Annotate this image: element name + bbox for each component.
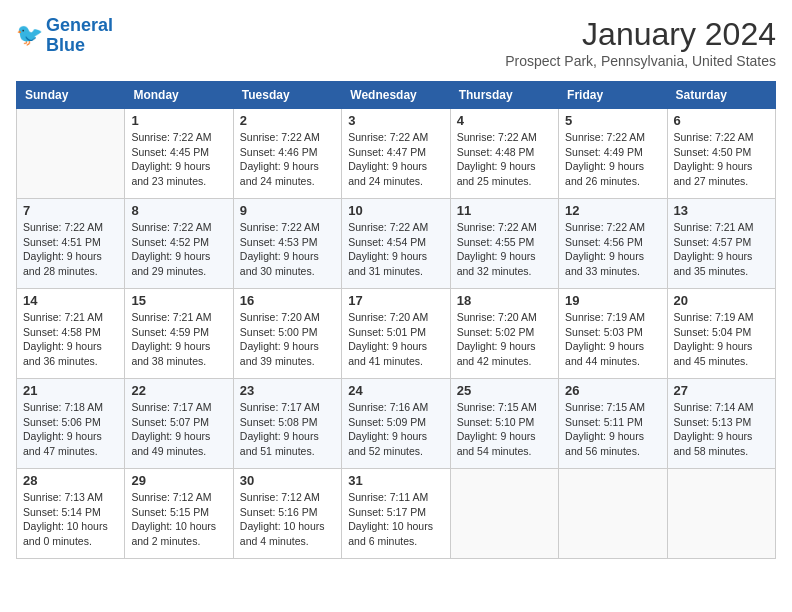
day-info: Sunrise: 7:22 AM Sunset: 4:54 PM Dayligh… xyxy=(348,220,443,279)
calendar-cell: 12Sunrise: 7:22 AM Sunset: 4:56 PM Dayli… xyxy=(559,199,667,289)
day-number: 24 xyxy=(348,383,443,398)
day-info: Sunrise: 7:15 AM Sunset: 5:10 PM Dayligh… xyxy=(457,400,552,459)
day-info: Sunrise: 7:13 AM Sunset: 5:14 PM Dayligh… xyxy=(23,490,118,549)
day-number: 2 xyxy=(240,113,335,128)
calendar-cell xyxy=(450,469,558,559)
calendar-cell: 20Sunrise: 7:19 AM Sunset: 5:04 PM Dayli… xyxy=(667,289,775,379)
day-info: Sunrise: 7:22 AM Sunset: 4:55 PM Dayligh… xyxy=(457,220,552,279)
day-info: Sunrise: 7:22 AM Sunset: 4:46 PM Dayligh… xyxy=(240,130,335,189)
day-number: 31 xyxy=(348,473,443,488)
calendar-cell: 7Sunrise: 7:22 AM Sunset: 4:51 PM Daylig… xyxy=(17,199,125,289)
day-info: Sunrise: 7:20 AM Sunset: 5:02 PM Dayligh… xyxy=(457,310,552,369)
day-info: Sunrise: 7:22 AM Sunset: 4:45 PM Dayligh… xyxy=(131,130,226,189)
calendar-cell: 5Sunrise: 7:22 AM Sunset: 4:49 PM Daylig… xyxy=(559,109,667,199)
day-number: 15 xyxy=(131,293,226,308)
calendar-cell: 14Sunrise: 7:21 AM Sunset: 4:58 PM Dayli… xyxy=(17,289,125,379)
day-info: Sunrise: 7:14 AM Sunset: 5:13 PM Dayligh… xyxy=(674,400,769,459)
calendar-cell: 8Sunrise: 7:22 AM Sunset: 4:52 PM Daylig… xyxy=(125,199,233,289)
column-header-monday: Monday xyxy=(125,82,233,109)
calendar-cell: 1Sunrise: 7:22 AM Sunset: 4:45 PM Daylig… xyxy=(125,109,233,199)
calendar-cell: 16Sunrise: 7:20 AM Sunset: 5:00 PM Dayli… xyxy=(233,289,341,379)
calendar-cell: 9Sunrise: 7:22 AM Sunset: 4:53 PM Daylig… xyxy=(233,199,341,289)
day-info: Sunrise: 7:22 AM Sunset: 4:49 PM Dayligh… xyxy=(565,130,660,189)
day-number: 30 xyxy=(240,473,335,488)
calendar-cell: 28Sunrise: 7:13 AM Sunset: 5:14 PM Dayli… xyxy=(17,469,125,559)
day-info: Sunrise: 7:22 AM Sunset: 4:47 PM Dayligh… xyxy=(348,130,443,189)
day-number: 18 xyxy=(457,293,552,308)
day-info: Sunrise: 7:15 AM Sunset: 5:11 PM Dayligh… xyxy=(565,400,660,459)
column-header-friday: Friday xyxy=(559,82,667,109)
day-number: 23 xyxy=(240,383,335,398)
day-info: Sunrise: 7:18 AM Sunset: 5:06 PM Dayligh… xyxy=(23,400,118,459)
calendar-week-row: 1Sunrise: 7:22 AM Sunset: 4:45 PM Daylig… xyxy=(17,109,776,199)
calendar-week-row: 28Sunrise: 7:13 AM Sunset: 5:14 PM Dayli… xyxy=(17,469,776,559)
day-number: 7 xyxy=(23,203,118,218)
day-number: 17 xyxy=(348,293,443,308)
day-info: Sunrise: 7:17 AM Sunset: 5:07 PM Dayligh… xyxy=(131,400,226,459)
calendar-cell: 3Sunrise: 7:22 AM Sunset: 4:47 PM Daylig… xyxy=(342,109,450,199)
day-number: 13 xyxy=(674,203,769,218)
day-number: 27 xyxy=(674,383,769,398)
day-info: Sunrise: 7:17 AM Sunset: 5:08 PM Dayligh… xyxy=(240,400,335,459)
calendar-cell: 2Sunrise: 7:22 AM Sunset: 4:46 PM Daylig… xyxy=(233,109,341,199)
day-info: Sunrise: 7:20 AM Sunset: 5:01 PM Dayligh… xyxy=(348,310,443,369)
day-number: 20 xyxy=(674,293,769,308)
day-number: 3 xyxy=(348,113,443,128)
day-info: Sunrise: 7:22 AM Sunset: 4:53 PM Dayligh… xyxy=(240,220,335,279)
calendar-cell xyxy=(17,109,125,199)
day-info: Sunrise: 7:21 AM Sunset: 4:58 PM Dayligh… xyxy=(23,310,118,369)
calendar-cell xyxy=(667,469,775,559)
day-info: Sunrise: 7:11 AM Sunset: 5:17 PM Dayligh… xyxy=(348,490,443,549)
calendar-cell: 17Sunrise: 7:20 AM Sunset: 5:01 PM Dayli… xyxy=(342,289,450,379)
calendar-week-row: 21Sunrise: 7:18 AM Sunset: 5:06 PM Dayli… xyxy=(17,379,776,469)
day-number: 25 xyxy=(457,383,552,398)
day-number: 28 xyxy=(23,473,118,488)
calendar-table: SundayMondayTuesdayWednesdayThursdayFrid… xyxy=(16,81,776,559)
day-number: 22 xyxy=(131,383,226,398)
calendar-header-row: SundayMondayTuesdayWednesdayThursdayFrid… xyxy=(17,82,776,109)
day-info: Sunrise: 7:22 AM Sunset: 4:50 PM Dayligh… xyxy=(674,130,769,189)
calendar-cell: 18Sunrise: 7:20 AM Sunset: 5:02 PM Dayli… xyxy=(450,289,558,379)
calendar-cell: 10Sunrise: 7:22 AM Sunset: 4:54 PM Dayli… xyxy=(342,199,450,289)
day-number: 26 xyxy=(565,383,660,398)
day-number: 1 xyxy=(131,113,226,128)
calendar-cell: 13Sunrise: 7:21 AM Sunset: 4:57 PM Dayli… xyxy=(667,199,775,289)
day-number: 8 xyxy=(131,203,226,218)
column-header-thursday: Thursday xyxy=(450,82,558,109)
day-number: 16 xyxy=(240,293,335,308)
day-info: Sunrise: 7:19 AM Sunset: 5:03 PM Dayligh… xyxy=(565,310,660,369)
day-info: Sunrise: 7:22 AM Sunset: 4:52 PM Dayligh… xyxy=(131,220,226,279)
calendar-cell: 15Sunrise: 7:21 AM Sunset: 4:59 PM Dayli… xyxy=(125,289,233,379)
logo-icon: 🐦 xyxy=(16,20,44,48)
day-number: 4 xyxy=(457,113,552,128)
day-number: 5 xyxy=(565,113,660,128)
day-info: Sunrise: 7:12 AM Sunset: 5:16 PM Dayligh… xyxy=(240,490,335,549)
calendar-cell: 22Sunrise: 7:17 AM Sunset: 5:07 PM Dayli… xyxy=(125,379,233,469)
calendar-cell: 11Sunrise: 7:22 AM Sunset: 4:55 PM Dayli… xyxy=(450,199,558,289)
location-subtitle: Prospect Park, Pennsylvania, United Stat… xyxy=(505,53,776,69)
day-number: 19 xyxy=(565,293,660,308)
column-header-tuesday: Tuesday xyxy=(233,82,341,109)
calendar-cell: 31Sunrise: 7:11 AM Sunset: 5:17 PM Dayli… xyxy=(342,469,450,559)
day-info: Sunrise: 7:20 AM Sunset: 5:00 PM Dayligh… xyxy=(240,310,335,369)
day-info: Sunrise: 7:12 AM Sunset: 5:15 PM Dayligh… xyxy=(131,490,226,549)
title-block: January 2024 Prospect Park, Pennsylvania… xyxy=(505,16,776,69)
calendar-cell: 21Sunrise: 7:18 AM Sunset: 5:06 PM Dayli… xyxy=(17,379,125,469)
calendar-week-row: 14Sunrise: 7:21 AM Sunset: 4:58 PM Dayli… xyxy=(17,289,776,379)
logo-line2: Blue xyxy=(46,35,85,55)
day-number: 9 xyxy=(240,203,335,218)
column-header-sunday: Sunday xyxy=(17,82,125,109)
day-number: 14 xyxy=(23,293,118,308)
day-number: 10 xyxy=(348,203,443,218)
logo: 🐦 General Blue xyxy=(16,16,113,56)
day-number: 12 xyxy=(565,203,660,218)
logo-line1: General xyxy=(46,15,113,35)
day-info: Sunrise: 7:22 AM Sunset: 4:56 PM Dayligh… xyxy=(565,220,660,279)
day-number: 21 xyxy=(23,383,118,398)
calendar-cell: 6Sunrise: 7:22 AM Sunset: 4:50 PM Daylig… xyxy=(667,109,775,199)
day-number: 29 xyxy=(131,473,226,488)
svg-text:🐦: 🐦 xyxy=(16,21,44,48)
day-info: Sunrise: 7:22 AM Sunset: 4:51 PM Dayligh… xyxy=(23,220,118,279)
calendar-week-row: 7Sunrise: 7:22 AM Sunset: 4:51 PM Daylig… xyxy=(17,199,776,289)
day-info: Sunrise: 7:19 AM Sunset: 5:04 PM Dayligh… xyxy=(674,310,769,369)
